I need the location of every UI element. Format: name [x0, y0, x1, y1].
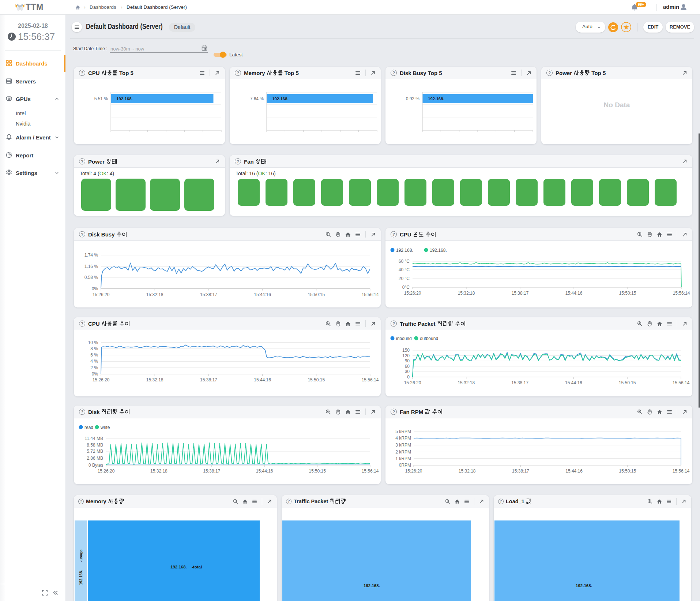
svg-text:15:44:16: 15:44:16	[565, 291, 583, 296]
svg-text:15:26:20: 15:26:20	[93, 292, 110, 297]
svg-text:15:38:17: 15:38:17	[203, 469, 220, 474]
svg-text:15:32:18: 15:32:18	[458, 380, 475, 385]
svg-text:15:26:20: 15:26:20	[404, 291, 421, 296]
svg-text:15:50:15: 15:50:15	[619, 380, 636, 385]
svg-text:192.168.: 192.168.	[396, 248, 413, 253]
svg-text:4 kRPM: 4 kRPM	[395, 436, 411, 441]
svg-text:15:56:14: 15:56:14	[673, 380, 690, 385]
svg-text:120: 120	[402, 353, 410, 358]
svg-text:192.168.: 192.168.	[430, 248, 447, 253]
svg-text:10 %: 10 %	[88, 340, 98, 345]
svg-text:15:56:14: 15:56:14	[362, 469, 379, 474]
svg-text:15:50:15: 15:50:15	[309, 469, 326, 474]
svg-text:0%: 0%	[92, 286, 98, 291]
svg-text:15:56:14: 15:56:14	[673, 469, 690, 474]
svg-text:15:38:17: 15:38:17	[200, 292, 217, 297]
svg-text:0.58 %: 0.58 %	[84, 275, 98, 280]
svg-text:outbound: outbound	[420, 336, 438, 341]
svg-text:inbound: inbound	[396, 336, 412, 341]
svg-text:40 °C: 40 °C	[399, 267, 410, 272]
svg-text:8 %: 8 %	[90, 346, 98, 351]
svg-text:1.74 %: 1.74 %	[84, 253, 98, 258]
svg-text:15:26:20: 15:26:20	[405, 469, 422, 474]
svg-text:6 %: 6 %	[90, 352, 98, 358]
svg-text:15:50:15: 15:50:15	[308, 377, 325, 382]
svg-text:11.44 MB: 11.44 MB	[85, 436, 103, 441]
svg-text:8.58 MB: 8.58 MB	[87, 443, 103, 448]
svg-text:15:38:17: 15:38:17	[200, 377, 217, 382]
svg-text:20 °C: 20 °C	[399, 276, 410, 281]
svg-text:read: read	[84, 425, 93, 430]
svg-text:0%: 0%	[92, 372, 98, 377]
svg-text:15:32:18: 15:32:18	[459, 469, 476, 474]
svg-text:write: write	[100, 425, 110, 430]
svg-text:15:44:16: 15:44:16	[254, 377, 271, 382]
svg-text:15:44:16: 15:44:16	[565, 380, 582, 385]
svg-text:15:26:20: 15:26:20	[98, 469, 115, 474]
svg-text:2 %: 2 %	[90, 365, 98, 370]
svg-text:60 °C: 60 °C	[399, 259, 410, 264]
svg-text:0.92 %: 0.92 %	[406, 96, 420, 101]
svg-text:60: 60	[405, 364, 410, 369]
svg-text:150: 150	[402, 348, 410, 353]
svg-text:1.16 %: 1.16 %	[84, 264, 98, 269]
svg-text:15:44:16: 15:44:16	[256, 469, 273, 474]
svg-text:3 kRPM: 3 kRPM	[395, 443, 411, 448]
svg-text:0°C: 0°C	[402, 285, 410, 290]
svg-text:192.168.: 192.168.	[428, 97, 444, 101]
svg-text:5 kRPM: 5 kRPM	[395, 429, 411, 434]
svg-text:5.72 MB: 5.72 MB	[87, 449, 103, 454]
svg-text:15:32:18: 15:32:18	[146, 292, 163, 297]
svg-text:5.51 %: 5.51 %	[94, 96, 108, 101]
svg-text:90: 90	[405, 358, 410, 363]
svg-text:15:26:20: 15:26:20	[93, 377, 110, 382]
svg-text:15:38:17: 15:38:17	[512, 469, 529, 474]
svg-text:1 kRPM: 1 kRPM	[395, 456, 411, 461]
svg-text:192.168.: 192.168.	[116, 97, 133, 101]
svg-text:15:32:18: 15:32:18	[458, 291, 475, 296]
svg-text:15:44:16: 15:44:16	[565, 469, 583, 474]
svg-text:15:50:15: 15:50:15	[619, 469, 636, 474]
svg-text:2.86 MB: 2.86 MB	[87, 456, 103, 461]
svg-text:15:50:15: 15:50:15	[619, 291, 636, 296]
svg-text:15:32:18: 15:32:18	[150, 469, 168, 474]
svg-text:15:56:14: 15:56:14	[362, 292, 379, 297]
svg-text:0: 0	[407, 374, 410, 380]
svg-text:15:50:15: 15:50:15	[308, 292, 325, 297]
svg-text:15:56:14: 15:56:14	[362, 377, 379, 382]
svg-text:0 Bytes: 0 Bytes	[89, 463, 103, 468]
svg-text:15:38:17: 15:38:17	[512, 291, 529, 296]
svg-text:15:32:18: 15:32:18	[146, 377, 163, 382]
svg-text:15:56:14: 15:56:14	[673, 291, 690, 296]
svg-text:4 %: 4 %	[90, 359, 98, 364]
svg-text:2 kRPM: 2 kRPM	[395, 449, 411, 455]
svg-text:192.168.: 192.168.	[272, 97, 289, 101]
svg-text:30: 30	[405, 369, 410, 374]
svg-text:7.64 %: 7.64 %	[250, 96, 264, 101]
svg-text:15:44:16: 15:44:16	[254, 292, 271, 297]
svg-text:15:26:20: 15:26:20	[404, 380, 421, 385]
svg-text:0RPM: 0RPM	[399, 463, 411, 468]
svg-text:15:38:17: 15:38:17	[511, 380, 528, 385]
